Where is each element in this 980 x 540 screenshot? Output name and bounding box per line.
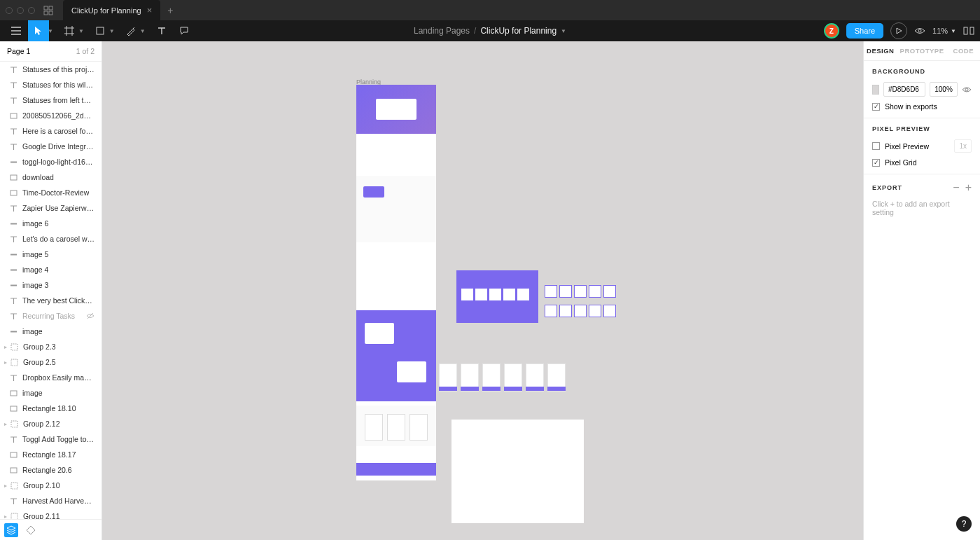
layer-row[interactable]: Statuses for this will be "Ope... (0, 77, 102, 92)
layer-row[interactable]: ▸Group 2.5 (0, 354, 102, 370)
canvas[interactable]: Planning (102, 41, 863, 540)
layer-row[interactable]: Harvest Add Harvest to track... (0, 493, 102, 508)
zoom-control[interactable]: 11% ▼ (932, 27, 956, 35)
export-add-icon[interactable]: + (965, 181, 972, 194)
layers-tab-button[interactable] (4, 523, 18, 537)
layer-row[interactable]: ▸Group 2.11 (0, 508, 102, 519)
shortcuts-icon[interactable] (963, 27, 974, 35)
bg-opacity-input[interactable] (930, 82, 958, 97)
canvas-frame-blank[interactable] (451, 420, 584, 523)
frame-tool-dropdown[interactable]: ▼ (78, 28, 84, 34)
layer-row[interactable]: toggl-logo-light-d163e9870a... (0, 154, 102, 169)
layer-row[interactable]: Dropbox Easily manage and ... (0, 370, 102, 385)
bg-color-swatch[interactable] (872, 85, 879, 95)
layer-rect-icon (10, 389, 18, 397)
close-tab-icon[interactable]: × (147, 5, 153, 15)
layer-row[interactable]: Zapier Use Zapierwith ClickU... (0, 200, 102, 216)
canvas-cards-group[interactable] (545, 285, 615, 320)
breadcrumb-parent[interactable]: Landing Pages (414, 26, 470, 36)
layer-row[interactable]: ▸Group 2.10 (0, 478, 102, 493)
pixel-preview-checkbox[interactable] (872, 142, 880, 150)
tab-code[interactable]: CODE (946, 41, 980, 60)
layer-label: Dropbox Easily manage and ... (22, 373, 94, 382)
layer-label: Recurring Tasks (22, 312, 75, 320)
layer-row[interactable]: Here is a carosel for the inte... (0, 123, 102, 139)
tab-design[interactable]: DESIGN (864, 41, 897, 60)
bg-hex-input[interactable] (883, 82, 925, 97)
pen-tool[interactable] (120, 20, 141, 41)
pixel-grid-checkbox[interactable] (872, 159, 880, 167)
page-header[interactable]: Page 1 1 of 2 (0, 41, 102, 62)
window-tabs-icon[interactable] (43, 6, 53, 15)
layer-row[interactable]: Google Drive Integrate Googl... (0, 139, 102, 154)
svg-rect-9 (10, 161, 17, 162)
layer-row[interactable]: image 6 (0, 216, 102, 231)
layer-label: image 3 (22, 281, 48, 289)
export-collapse-icon[interactable]: − (953, 181, 959, 194)
layer-row[interactable]: Rectangle 18.17 (0, 447, 102, 462)
breadcrumb-dropdown[interactable]: ▼ (561, 28, 566, 34)
close-window[interactable] (6, 7, 13, 14)
comment-tool[interactable] (174, 20, 195, 41)
file-tab[interactable]: ClickUp for Planning × (63, 0, 160, 20)
show-in-exports-label: Show in exports (885, 102, 937, 111)
svg-rect-8 (10, 113, 17, 118)
move-tool-dropdown[interactable]: ▼ (48, 28, 53, 34)
layer-row[interactable]: Statuses of this project is "O... (0, 62, 102, 77)
layer-row[interactable]: download (0, 169, 102, 185)
frame-tool[interactable] (59, 20, 80, 41)
layer-label: Google Drive Integrate Googl... (22, 142, 94, 151)
view-options-icon[interactable] (914, 27, 925, 34)
layer-row[interactable]: image (0, 385, 102, 401)
tab-prototype[interactable]: PROTOTYPE (897, 41, 947, 60)
menu-button[interactable] (6, 20, 27, 41)
canvas-integration-cards[interactable] (439, 364, 568, 393)
user-avatar[interactable]: Z (824, 23, 839, 39)
minimize-window[interactable] (17, 7, 24, 14)
layer-row[interactable]: Let's do a carosel with the cli... (0, 231, 102, 247)
pen-tool-dropdown[interactable]: ▼ (140, 28, 146, 34)
pixel-scale-select[interactable]: 1x (954, 139, 972, 153)
layer-label: Group 2.11 (23, 512, 60, 519)
layer-row[interactable]: Rectangle 20.6 (0, 462, 102, 478)
shape-tool[interactable] (90, 20, 111, 41)
layer-row[interactable]: image 4 (0, 262, 102, 277)
shape-tool-dropdown[interactable]: ▼ (109, 28, 115, 34)
assets-tab-button[interactable] (24, 523, 38, 537)
canvas-frame-planning[interactable] (356, 85, 436, 480)
layer-list[interactable]: Statuses of this project is "O...Statuse… (0, 62, 102, 519)
layer-row[interactable]: Toggl Add Toggle to easily tr... (0, 431, 102, 447)
layer-row[interactable]: 200850512066_2d5e268a3b... (0, 108, 102, 123)
layer-label: Group 2.12 (23, 420, 60, 428)
svg-rect-17 (11, 344, 18, 350)
present-button[interactable] (890, 22, 907, 39)
svg-rect-2 (44, 11, 48, 15)
pixel-preview-section: PIXEL PREVIEW Pixel Preview 1x Pixel Gri… (864, 118, 980, 174)
layer-text-icon (10, 66, 18, 74)
canvas-frame-features[interactable] (456, 270, 538, 323)
help-button[interactable]: ? (956, 516, 972, 532)
svg-rect-10 (10, 175, 17, 180)
bg-visibility-icon[interactable] (962, 86, 972, 93)
new-tab-button[interactable]: + (167, 5, 173, 16)
layer-row[interactable]: The very best ClickUp feature... (0, 293, 102, 308)
text-tool[interactable] (151, 20, 172, 41)
show-in-exports-checkbox[interactable] (872, 103, 880, 111)
share-button[interactable]: Share (846, 23, 883, 39)
maximize-window[interactable] (28, 7, 35, 14)
layer-row[interactable]: image (0, 324, 102, 339)
layer-group-icon (10, 343, 18, 351)
layer-row[interactable]: ▸Group 2.12 (0, 416, 102, 431)
breadcrumb-current[interactable]: ClickUp for Planning (480, 26, 556, 36)
layer-row[interactable]: image 3 (0, 277, 102, 293)
layer-row[interactable]: Recurring Tasks (0, 308, 102, 324)
layer-row[interactable]: Rectangle 18.10 (0, 401, 102, 416)
layer-row[interactable]: image 5 (0, 247, 102, 262)
layer-text-icon (10, 436, 18, 443)
layer-row[interactable]: Statuses from left to right wil... (0, 92, 102, 108)
layer-row[interactable]: ▸Group 2.3 (0, 339, 102, 354)
layer-hidden-icon[interactable] (86, 312, 94, 319)
svg-rect-7 (970, 27, 974, 34)
layer-row[interactable]: Time-Doctor-Review (0, 185, 102, 200)
move-tool[interactable] (28, 20, 49, 41)
